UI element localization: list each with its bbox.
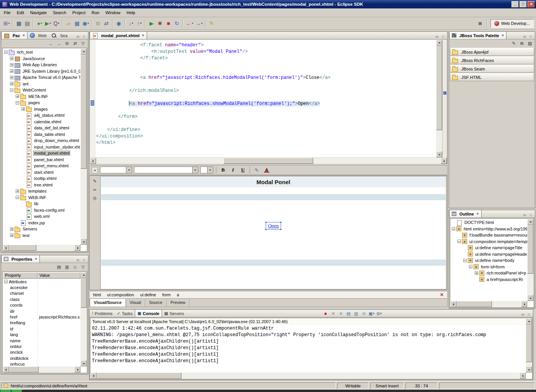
- tree-item[interactable]: modal_ponel.xhtml: [3, 150, 80, 157]
- tree-item[interactable]: tooltip.xhtml: [3, 175, 80, 182]
- scroll-thumb[interactable]: [9, 245, 36, 251]
- expander-icon[interactable]: [469, 265, 472, 268]
- scroll-lock-icon[interactable]: ▥: [353, 310, 360, 317]
- column-property[interactable]: Property: [3, 272, 38, 279]
- property-row[interactable]: Attributes: [3, 279, 80, 284]
- scroll-up-arrow[interactable]: [436, 40, 442, 46]
- open-link[interactable]: Open: [268, 223, 279, 229]
- property-row[interactable]: coords: [3, 302, 80, 308]
- minimize-view-button[interactable]: ▭: [75, 34, 81, 39]
- font-color-icon[interactable]: A: [263, 167, 271, 173]
- tab-web[interactable]: Web: [28, 32, 49, 39]
- tree-item[interactable]: start.xhtml: [3, 169, 80, 176]
- breadcrumb-item[interactable]: ui:define: [140, 292, 156, 297]
- tree-item[interactable]: lib: [3, 201, 80, 207]
- menu-project[interactable]: Project: [69, 9, 88, 16]
- explorer-tree[interactable]: rich_testJavaSourceWeb App LibrariesJRE …: [2, 48, 87, 252]
- view-tab-visual[interactable]: Visual: [126, 299, 145, 307]
- font-size-combo[interactable]: [200, 167, 213, 173]
- external-tools-icon[interactable]: Q▾: [52, 19, 60, 28]
- minimize-view-button[interactable]: ▭: [75, 258, 81, 263]
- scroll-right-arrow[interactable]: [74, 366, 80, 372]
- expander-icon[interactable]: [10, 82, 13, 85]
- property-row[interactable]: accesske: [3, 284, 80, 290]
- scroll-thumb[interactable]: [527, 225, 533, 274]
- run-icon[interactable]: ▶▾: [44, 19, 52, 28]
- outline-item[interactable]: eform id=form: [451, 264, 527, 270]
- tree-item[interactable]: web.xml: [3, 213, 80, 220]
- expander-icon[interactable]: [16, 101, 19, 105]
- minimize-view-button[interactable]: ▭: [522, 212, 528, 217]
- menu-file[interactable]: File: [1, 9, 14, 16]
- expander-icon[interactable]: [10, 76, 13, 79]
- maximize-view-button[interactable]: □: [440, 34, 446, 39]
- expander-icon[interactable]: [10, 234, 13, 237]
- palette-import-icon[interactable]: ⊞: [518, 40, 525, 47]
- scroll-thumb[interactable]: [457, 301, 492, 307]
- tab-jboss-tools-palette[interactable]: JBoss Tools Palette ✕: [449, 31, 507, 39]
- property-row[interactable]: onblur: [3, 343, 80, 349]
- font-family-combo[interactable]: [134, 167, 198, 173]
- mark-occurrences-icon[interactable]: ✎: [208, 19, 216, 28]
- globe-icon[interactable]: ◉: [114, 19, 123, 28]
- style-class-combo[interactable]: [100, 167, 132, 173]
- tree-item[interactable]: calendar.xhtml: [3, 119, 80, 125]
- view-menu-icon[interactable]: ▽: [80, 264, 87, 271]
- console-body[interactable]: Tomcat v6.0 Server at localhost [Apache …: [90, 318, 533, 379]
- tab-problems[interactable]: !Problems: [90, 310, 115, 317]
- scroll-track[interactable]: [97, 372, 520, 379]
- tree-item[interactable]: Servers: [3, 226, 80, 232]
- link-editor-icon[interactable]: ⇄: [72, 40, 78, 47]
- property-row[interactable]: charset: [3, 291, 80, 296]
- scroll-right-arrow[interactable]: [521, 301, 527, 307]
- selected-element-box[interactable]: Open: [266, 222, 281, 230]
- property-row[interactable]: lang: [3, 332, 80, 338]
- scroll-down-arrow[interactable]: [526, 366, 532, 372]
- next-annotation-icon[interactable]: ↓▾: [127, 19, 135, 28]
- remove-all-launches-icon[interactable]: ✕: [337, 310, 344, 317]
- breadcrumb-item[interactable]: html: [93, 292, 101, 297]
- menu-search[interactable]: Search: [50, 9, 69, 16]
- maximize-view-button[interactable]: □: [81, 34, 87, 39]
- palette-group-jboss-ajax4jsf[interactable]: JBoss Ajax4jsf: [450, 48, 534, 56]
- minimize-window-button[interactable]: _: [511, 1, 519, 8]
- column-value[interactable]: Value: [38, 272, 80, 279]
- scroll-right-arrow[interactable]: [441, 158, 447, 164]
- outline-item[interactable]: ef:loadBundle basename=resourc: [451, 232, 527, 238]
- tree-item[interactable]: input_number_slyder.xht: [3, 144, 80, 150]
- expander-icon[interactable]: [475, 271, 478, 275]
- property-row[interactable]: hreflang: [3, 320, 80, 326]
- chevron-down-icon[interactable]: [207, 167, 213, 173]
- highlight-pen-icon[interactable]: ✎: [253, 167, 261, 173]
- close-icon[interactable]: ✕: [23, 34, 25, 37]
- scroll-right-arrow[interactable]: [520, 372, 526, 379]
- tree-item[interactable]: data_def_list.xhtml: [3, 125, 80, 131]
- tree-item[interactable]: panel_bar.xhtml: [3, 157, 80, 163]
- close-icon[interactable]: ✕: [476, 212, 479, 216]
- scroll-track[interactable]: [9, 366, 74, 372]
- ant-icon[interactable]: ✱: [156, 19, 164, 28]
- close-window-button[interactable]: ✕: [528, 1, 535, 8]
- scroll-left-arrow[interactable]: [90, 158, 96, 164]
- tab-pac[interactable]: Pac✕: [1, 31, 28, 39]
- scroll-thumb[interactable]: [436, 46, 442, 130]
- scroll-up-arrow[interactable]: [527, 219, 533, 225]
- relaunch-icon[interactable]: ↻: [173, 19, 181, 28]
- view-tab-source[interactable]: Source: [145, 299, 167, 307]
- view-menu-icon[interactable]: ▽: [80, 40, 87, 47]
- palette-group-jboss-seam[interactable]: JBoss Seam: [450, 65, 534, 73]
- editor-hscrollbar[interactable]: [90, 158, 447, 164]
- remove-launch-icon[interactable]: ✕: [330, 310, 337, 317]
- tab-modal-ponel-xhtml[interactable]: modal_ponel.xhtml ✕: [90, 31, 147, 39]
- expander-icon[interactable]: [4, 51, 8, 54]
- print-icon[interactable]: ▤: [23, 19, 31, 28]
- maximize-view-button[interactable]: □: [81, 258, 87, 263]
- back-icon[interactable]: ←▾: [185, 19, 194, 28]
- tree-item[interactable]: ant: [3, 81, 80, 87]
- outline-item[interactable]: ea href=javascript:Ri: [451, 276, 527, 283]
- scroll-down-arrow[interactable]: [527, 295, 533, 301]
- code-editor[interactable]: <f:facet name="header"> <h:outputText va…: [90, 40, 447, 157]
- run-server-icon[interactable]: ▶: [147, 19, 156, 28]
- menu-window[interactable]: Window: [102, 9, 123, 16]
- close-icon[interactable]: ✕: [502, 34, 504, 37]
